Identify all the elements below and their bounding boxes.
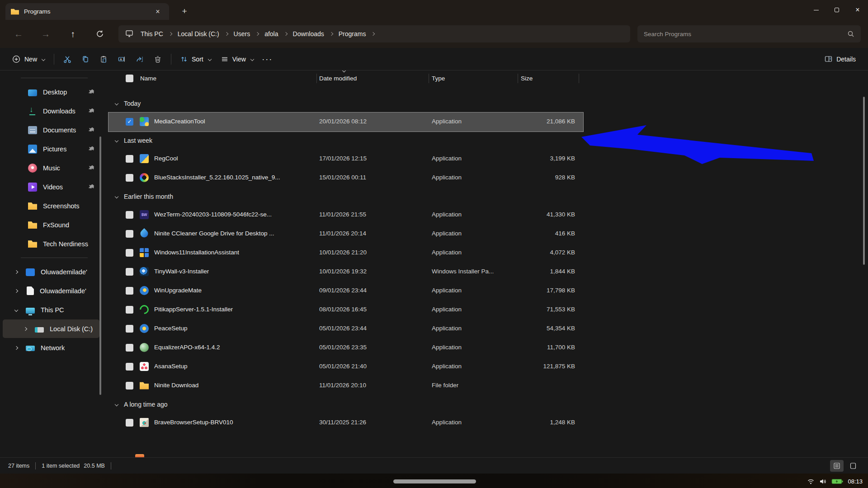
tab-programs[interactable]: Programs × — [5, 3, 169, 20]
search-input[interactable] — [644, 31, 847, 38]
battery-charging-icon[interactable] — [831, 478, 843, 485]
thumbnail-view-toggle[interactable] — [846, 460, 860, 472]
cut-button[interactable] — [58, 51, 76, 67]
breadcrumb-segment[interactable]: This PC — [137, 28, 167, 39]
file-checkbox[interactable] — [126, 344, 133, 352]
rename-button[interactable]: A — [113, 51, 131, 67]
file-size: 3,199 KB — [506, 155, 575, 162]
sort-button[interactable]: Sort — [175, 51, 216, 67]
select-all-checkbox[interactable] — [126, 75, 133, 82]
chevron-right-icon[interactable] — [22, 328, 29, 330]
wifi-icon[interactable] — [807, 478, 815, 485]
maximize-button[interactable] — [826, 0, 847, 20]
group-header-a-long-time-ago[interactable]: A long time ago — [108, 395, 583, 413]
sidebar-item-oluwademilade-[interactable]: Oluwademilade' — [3, 282, 99, 300]
breadcrumb-segment[interactable]: Programs — [335, 28, 370, 39]
delete-button[interactable] — [149, 51, 167, 67]
file-row[interactable]: AsanaSetup05/01/2026 21:40Application121… — [108, 357, 583, 376]
sidebar-item-music[interactable]: Music — [3, 159, 99, 177]
column-separator[interactable] — [518, 74, 518, 83]
sidebar-item-fxsound[interactable]: FxSound — [3, 216, 99, 234]
breadcrumb-segment[interactable]: afola — [260, 28, 282, 39]
back-button[interactable]: ← — [10, 26, 27, 42]
view-button[interactable]: View — [216, 51, 259, 67]
volume-icon[interactable] — [819, 478, 827, 485]
paste-button[interactable] — [94, 51, 113, 67]
file-row[interactable]: Windows11InstallationAssistant10/01/2026… — [108, 244, 583, 263]
file-row[interactable]: Ninite CCleaner Google Drive for Desktop… — [108, 225, 583, 244]
file-checkbox[interactable] — [126, 174, 133, 182]
forward-button[interactable]: → — [37, 26, 54, 42]
close-button[interactable]: × — [847, 0, 868, 20]
file-row[interactable]: BlueStacksInstaller_5.22.160.1025_native… — [108, 169, 583, 188]
search-box[interactable] — [637, 25, 861, 42]
file-checkbox[interactable] — [126, 382, 133, 389]
file-row[interactable]: PeaceSetup05/01/2026 23:44Application54,… — [108, 319, 583, 338]
file-checkbox[interactable] — [126, 363, 133, 371]
column-header-date[interactable]: Date modified — [319, 75, 357, 82]
minimize-button[interactable] — [806, 0, 826, 20]
clock[interactable]: 08:13 — [848, 478, 863, 485]
sidebar-item-this-pc[interactable]: This PC — [3, 300, 99, 319]
sidebar-item-screenshots[interactable]: Screenshots — [3, 197, 99, 215]
copy-button[interactable] — [76, 51, 94, 67]
file-checkbox[interactable]: ✓ — [126, 118, 133, 126]
partial-file-icon — [135, 454, 144, 457]
file-row[interactable]: TinyWall-v3-Installer10/01/2026 19:32Win… — [108, 263, 583, 282]
file-row[interactable]: Ninite Download11/01/2026 20:10File fold… — [108, 376, 583, 395]
refresh-button[interactable] — [91, 26, 108, 42]
more-button[interactable]: ... — [259, 51, 277, 67]
file-row[interactable]: EqualizerAPO-x64-1.4.205/01/2026 23:35Ap… — [108, 338, 583, 357]
column-separator[interactable] — [316, 74, 317, 83]
sidebar-item-downloads[interactable]: Downloads — [3, 102, 99, 120]
column-separator[interactable] — [579, 74, 579, 83]
column-header-size[interactable]: Size — [521, 75, 533, 82]
file-row[interactable]: PitikappServer-1.5.1-Installer08/01/2026… — [108, 300, 583, 319]
file-checkbox[interactable] — [126, 306, 133, 314]
file-row[interactable]: RegCool17/01/2026 12:15Application3,199 … — [108, 150, 583, 169]
file-checkbox[interactable] — [126, 230, 133, 238]
sidebar-item-tech-nerdiness[interactable]: Tech Nerdiness — [3, 235, 99, 253]
sidebar-scrollbar[interactable] — [99, 136, 101, 395]
breadcrumb-segment[interactable]: Users — [230, 28, 255, 39]
column-separator[interactable] — [429, 74, 429, 83]
file-checkbox[interactable] — [126, 419, 133, 427]
column-header-name[interactable]: Name — [140, 75, 156, 82]
sidebar-item-videos[interactable]: Videos — [3, 178, 99, 196]
share-button[interactable] — [131, 51, 149, 67]
sidebar-item-desktop[interactable]: Desktop — [3, 83, 99, 101]
file-checkbox[interactable] — [126, 325, 133, 333]
sidebar-item-pictures[interactable]: Pictures — [3, 140, 99, 158]
file-row[interactable]: BraveBrowserSetup-BRV01030/11/2025 21:26… — [108, 413, 583, 432]
file-checkbox[interactable] — [126, 287, 133, 295]
details-view-toggle[interactable] — [830, 460, 844, 472]
column-header-type[interactable]: Type — [432, 75, 445, 82]
file-row[interactable]: WinUpgradeMate09/01/2026 23:44Applicatio… — [108, 282, 583, 300]
sidebar-item-oluwademilade-[interactable]: Oluwademilade' — [3, 263, 99, 281]
details-button[interactable]: Details — [820, 51, 861, 67]
file-row[interactable]: ✓MediaCreationTool20/01/2026 08:12Applic… — [108, 113, 583, 131]
group-header-today[interactable]: Today — [108, 94, 583, 113]
file-checkbox[interactable] — [126, 211, 133, 219]
taskbar-handle[interactable] — [393, 479, 476, 483]
file-checkbox[interactable] — [126, 155, 133, 163]
list-scrollbar[interactable] — [863, 97, 865, 265]
up-button[interactable]: ↑ — [64, 26, 81, 42]
file-checkbox[interactable] — [126, 249, 133, 257]
sidebar-item-documents[interactable]: Documents — [3, 121, 99, 139]
chevron-right-icon[interactable] — [13, 271, 20, 273]
breadcrumb-segment[interactable]: Local Disk (C:) — [174, 28, 223, 39]
chevron-right-icon[interactable] — [13, 347, 20, 349]
sidebar-item-local-disk-c-[interactable]: Local Disk (C:) — [3, 319, 99, 338]
tab-close-icon[interactable]: × — [152, 6, 164, 18]
file-checkbox[interactable] — [126, 268, 133, 276]
sidebar-item-network[interactable]: Network — [3, 338, 99, 357]
chevron-right-icon[interactable] — [13, 290, 20, 292]
new-button[interactable]: New — [7, 51, 50, 67]
chevron-down-icon[interactable] — [13, 309, 20, 311]
new-tab-button[interactable]: + — [178, 5, 191, 17]
group-header-last-week[interactable]: Last week — [108, 131, 583, 150]
breadcrumb-segment[interactable]: Downloads — [289, 28, 328, 39]
file-row[interactable]: $WWezTerm-20240203-110809-5046fc22-se...… — [108, 206, 583, 225]
group-header-earlier-this-month[interactable]: Earlier this month — [108, 188, 583, 206]
